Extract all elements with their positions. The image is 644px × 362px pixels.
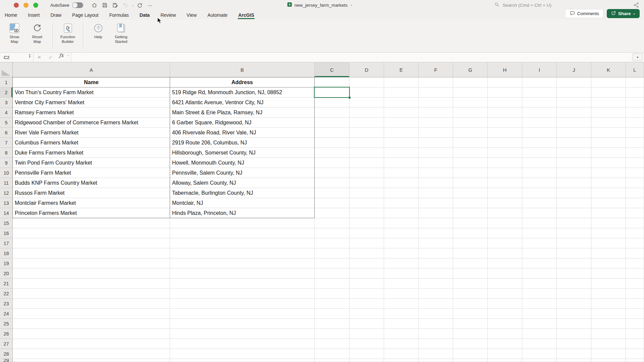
show-map-button[interactable]: ShowMap <box>4 23 25 44</box>
reset-map-button[interactable]: ResetMap <box>27 23 48 44</box>
cell-J8[interactable] <box>557 148 591 158</box>
cell-L10[interactable] <box>626 168 644 178</box>
comments-button[interactable]: Comments <box>565 9 603 18</box>
cell-J3[interactable] <box>557 98 591 108</box>
cell-I20[interactable] <box>522 268 557 279</box>
cell-A24[interactable] <box>13 309 170 319</box>
row-header-8[interactable]: 8 <box>0 148 13 158</box>
cell-G22[interactable] <box>453 289 488 299</box>
cell-D18[interactable] <box>350 248 384 258</box>
cell-L11[interactable] <box>626 178 644 188</box>
cell-K15[interactable] <box>591 218 626 228</box>
cell-D24[interactable] <box>350 309 384 319</box>
column-header-l[interactable]: L <box>626 62 644 77</box>
cell-I22[interactable] <box>522 289 557 299</box>
cell-D3[interactable] <box>350 98 384 108</box>
cell-G28[interactable] <box>453 349 488 359</box>
cell-D14[interactable] <box>350 208 384 218</box>
cell-H14[interactable] <box>488 208 522 218</box>
cell-F10[interactable] <box>419 168 453 178</box>
cell-I21[interactable] <box>522 279 557 289</box>
cell-C18[interactable] <box>315 248 350 258</box>
cell-E27[interactable] <box>384 339 419 349</box>
cell-L21[interactable] <box>626 279 644 289</box>
cell-B25[interactable] <box>170 319 315 329</box>
cell-A18[interactable] <box>13 248 170 258</box>
cell-E14[interactable] <box>384 208 419 218</box>
cell-F19[interactable] <box>419 258 453 268</box>
cell-K17[interactable] <box>591 238 626 248</box>
cell-A11[interactable]: Budds KNP Farms Country Market <box>13 178 170 188</box>
cell-H8[interactable] <box>488 148 522 158</box>
cell-L8[interactable] <box>626 148 644 158</box>
cell-H24[interactable] <box>488 309 522 319</box>
cell-H1[interactable] <box>488 77 522 87</box>
row-header-19[interactable]: 19 <box>0 258 13 268</box>
select-all-corner[interactable] <box>0 62 13 77</box>
cell-J2[interactable] <box>557 87 591 98</box>
cell-C7[interactable] <box>315 138 350 148</box>
tab-data[interactable]: Data <box>139 11 150 19</box>
cell-I1[interactable] <box>522 77 557 87</box>
cell-J7[interactable] <box>557 138 591 148</box>
cell-G15[interactable] <box>453 218 488 228</box>
cell-I7[interactable] <box>522 138 557 148</box>
formula-input[interactable] <box>71 53 631 62</box>
cell-G21[interactable] <box>453 279 488 289</box>
cell-K16[interactable] <box>591 228 626 238</box>
cell-B28[interactable] <box>170 349 315 359</box>
tab-review[interactable]: Review <box>160 11 176 19</box>
cell-K3[interactable] <box>591 98 626 108</box>
cell-A14[interactable]: Princeton Farmers Market <box>13 208 170 218</box>
cell-E19[interactable] <box>384 258 419 268</box>
cell-L7[interactable] <box>626 138 644 148</box>
cancel-icon[interactable]: ✕ <box>34 53 45 62</box>
cell-B5[interactable]: 6 Garber Square, Ridgewood, NJ <box>170 118 315 128</box>
cell-H22[interactable] <box>488 289 522 299</box>
tab-home[interactable]: Home <box>4 11 17 19</box>
cell-H11[interactable] <box>488 178 522 188</box>
cell-E15[interactable] <box>384 218 419 228</box>
cell-L17[interactable] <box>626 238 644 248</box>
row-header-17[interactable]: 17 <box>0 238 13 248</box>
cell-E9[interactable] <box>384 158 419 168</box>
cell-A12[interactable]: Russos Farm Market <box>13 188 170 198</box>
cell-L16[interactable] <box>626 228 644 238</box>
cell-C9[interactable] <box>315 158 350 168</box>
cell-J10[interactable] <box>557 168 591 178</box>
getting-started-button[interactable]: GettingStarted <box>111 23 131 44</box>
cell-F11[interactable] <box>419 178 453 188</box>
cell-F3[interactable] <box>419 98 453 108</box>
share-presence-icon[interactable] <box>633 2 639 9</box>
cell-H19[interactable] <box>488 258 522 268</box>
cell-F4[interactable] <box>419 108 453 118</box>
tab-page-layout[interactable]: Page Layout <box>72 11 99 19</box>
cell-E21[interactable] <box>384 279 419 289</box>
cell-G20[interactable] <box>453 268 488 279</box>
cell-I28[interactable] <box>522 349 557 359</box>
cell-B14[interactable]: Hinds Plaza, Princeton, NJ <box>170 208 315 218</box>
cell-C20[interactable] <box>315 268 350 279</box>
cell-F15[interactable] <box>419 218 453 228</box>
cell-C27[interactable] <box>315 339 350 349</box>
cell-L29[interactable] <box>626 359 644 362</box>
cell-A23[interactable] <box>13 299 170 309</box>
cell-C22[interactable] <box>315 289 350 299</box>
cell-K25[interactable] <box>591 319 626 329</box>
cell-J25[interactable] <box>557 319 591 329</box>
cell-B2[interactable]: 519 Ridge Rd, Monmouth Junction, NJ, 088… <box>170 87 315 98</box>
cell-F23[interactable] <box>419 299 453 309</box>
cell-E4[interactable] <box>384 108 419 118</box>
column-header-h[interactable]: H <box>488 62 522 77</box>
cell-B1[interactable]: Address <box>170 77 315 87</box>
cell-K18[interactable] <box>591 248 626 258</box>
cell-H29[interactable] <box>488 359 522 362</box>
cell-A1[interactable]: Name <box>13 77 170 87</box>
cell-B11[interactable]: Alloway, Salem County, NJ <box>170 178 315 188</box>
cell-I12[interactable] <box>522 188 557 198</box>
cell-E28[interactable] <box>384 349 419 359</box>
cell-H25[interactable] <box>488 319 522 329</box>
cell-G14[interactable] <box>453 208 488 218</box>
cell-L12[interactable] <box>626 188 644 198</box>
cell-E18[interactable] <box>384 248 419 258</box>
